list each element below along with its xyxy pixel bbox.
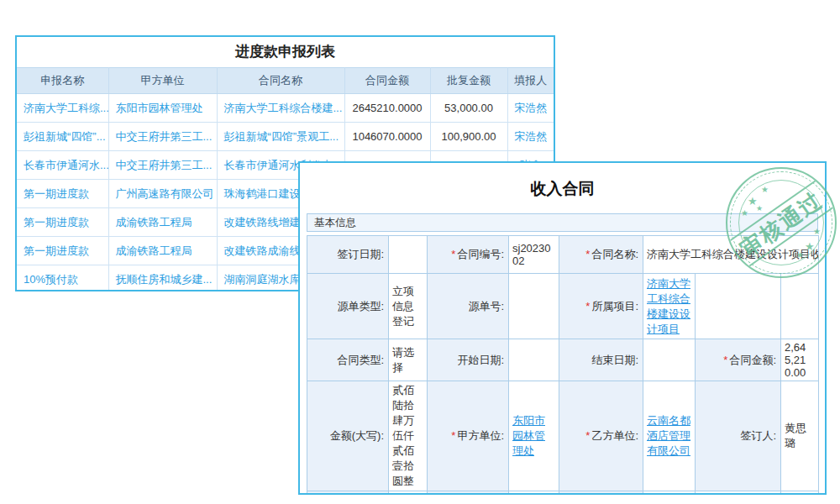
- column-header: 合同金额: [344, 68, 430, 94]
- field-value[interactable]: [643, 339, 696, 381]
- list-cell[interactable]: 第一期进度款: [17, 237, 108, 265]
- section-header-basic-info: 基本信息: [307, 213, 818, 232]
- link-value[interactable]: 云南名都酒店管理有限公司: [647, 414, 690, 457]
- field-value[interactable]: 东阳市园林管理处: [509, 381, 559, 491]
- field-value[interactable]: 立项信息登记: [389, 274, 428, 339]
- list-cell[interactable]: 成渝铁路工程局: [108, 208, 217, 237]
- list-cell[interactable]: 彭祖新城“四馆”景观工...: [217, 123, 344, 151]
- field-label: *所属项目:: [559, 274, 643, 339]
- required-asterisk: *: [585, 429, 590, 442]
- field-label: 结束日期:: [559, 339, 643, 381]
- field-label: 签订人:: [696, 381, 781, 491]
- column-header: 合同名称: [217, 68, 344, 94]
- field-value[interactable]: 按进度付款: [389, 491, 428, 496]
- column-header: 填报人: [507, 68, 554, 94]
- form-row: 付款方式:按进度付款结算方式:分段结算预收款:20,000.00: [307, 491, 819, 496]
- field-label: *合同编号:: [428, 236, 509, 274]
- list-cell[interactable]: 广州高速路有限公司: [108, 180, 217, 208]
- field-value[interactable]: 分段结算: [509, 491, 559, 496]
- field-value[interactable]: 2,645,210.00: [781, 339, 819, 381]
- field-value[interactable]: 黄思璐: [781, 381, 819, 491]
- field-value[interactable]: [781, 491, 819, 496]
- list-cell: 100,900.00: [430, 123, 507, 151]
- link-value[interactable]: 东阳市园林管理处: [512, 414, 545, 457]
- table-row[interactable]: 彭祖新城“四馆”...中交王府井第三工...彭祖新城“四馆”景观工...1046…: [17, 123, 554, 151]
- field-value[interactable]: 请选择: [389, 339, 428, 381]
- required-asterisk: *: [585, 248, 590, 260]
- form-row: 金额(大写):贰佰陆拾肆万伍仟贰佰壹拾圆整*甲方单位:东阳市园林管理处*乙方单位…: [307, 381, 819, 491]
- field-label: 合同类型:: [307, 339, 389, 381]
- list-cell[interactable]: 第一期进度款: [17, 180, 108, 208]
- list-cell[interactable]: 济南大学工科综...: [17, 94, 108, 123]
- field-label: 预收款:: [559, 491, 643, 496]
- list-cell[interactable]: 长春市伊通河水...: [17, 151, 108, 180]
- field-label: 付款方式:: [307, 491, 389, 496]
- list-cell[interactable]: 中交王府井第三工...: [108, 151, 217, 180]
- field-value[interactable]: 济南大学工科综合楼建设设计项目: [643, 274, 696, 339]
- list-cell[interactable]: 中交王府井第三工...: [108, 123, 217, 151]
- field-value[interactable]: 贰佰陆拾肆万伍仟贰佰壹拾圆整: [389, 381, 428, 491]
- field-label: 结算方式:: [428, 491, 509, 496]
- field-value[interactable]: [781, 274, 819, 339]
- field-value[interactable]: [509, 339, 559, 381]
- list-cell: 53,000.00: [430, 94, 507, 123]
- field-label: *合同金额:: [696, 339, 781, 381]
- field-value[interactable]: 云南名都酒店管理有限公司: [643, 381, 696, 491]
- list-cell[interactable]: 济南大学工科综合楼建...: [217, 94, 344, 123]
- form-row: 签订日期:*合同编号:sj2023002*合同名称:济南大学工科综合楼建设设计项…: [307, 236, 819, 274]
- field-value[interactable]: [696, 491, 781, 496]
- field-value[interactable]: 济南大学工科综合楼建设设计项目收入合: [643, 236, 819, 274]
- field-label: *甲方单位:: [428, 381, 509, 491]
- list-cell[interactable]: 10%预付款: [17, 265, 108, 292]
- form-table-body: 签订日期:*合同编号:sj2023002*合同名称:济南大学工科综合楼建设设计项…: [307, 236, 819, 496]
- required-asterisk: *: [723, 354, 727, 366]
- required-asterisk: *: [451, 429, 455, 442]
- required-asterisk: *: [585, 300, 590, 312]
- column-header: 批复金额: [430, 68, 507, 94]
- form-row: 合同类型:请选择开始日期:结束日期:*合同金额:2,645,210.00: [307, 339, 819, 381]
- screen: 进度款申报列表 申报名称甲方单位合同名称合同金额批复金额填报人 济南大学工科综.…: [0, 0, 840, 504]
- list-cell: 1046070.0000: [344, 123, 430, 151]
- list-cell[interactable]: 彭祖新城“四馆”...: [17, 123, 108, 151]
- list-cell: 2645210.0000: [344, 94, 430, 123]
- field-value[interactable]: [389, 236, 428, 274]
- list-cell[interactable]: 东阳市园林管理处: [108, 94, 217, 123]
- field-label: *合同名称:: [559, 236, 643, 274]
- list-cell[interactable]: 成渝铁路工程局: [108, 237, 217, 265]
- field-label: 签订日期:: [307, 236, 389, 274]
- field-label: 开始日期:: [428, 339, 509, 381]
- field-label: 金额(大写):: [307, 381, 389, 491]
- column-header: 申报名称: [17, 68, 108, 94]
- income-contract-panel: 收入合同 基本信息 签订日期:*合同编号:sj2023002*合同名称:济南大学…: [298, 161, 827, 495]
- link-value[interactable]: 济南大学工科综合楼建设设计项目: [647, 277, 690, 335]
- field-value[interactable]: sj2023002: [509, 236, 559, 274]
- column-header: 甲方单位: [108, 68, 217, 94]
- contract-form-table: 签订日期:*合同编号:sj2023002*合同名称:济南大学工科综合楼建设设计项…: [307, 235, 819, 495]
- table-row[interactable]: 济南大学工科综...东阳市园林管理处济南大学工科综合楼建...2645210.0…: [17, 94, 554, 123]
- table-header: 申报名称甲方单位合同名称合同金额批复金额填报人: [17, 68, 554, 94]
- field-label: *乙方单位:: [559, 381, 643, 491]
- field-label: 源单类型:: [307, 274, 389, 339]
- list-cell[interactable]: 宋浩然: [507, 123, 554, 151]
- field-value[interactable]: [509, 274, 559, 339]
- list-panel-title: 进度款申报列表: [17, 37, 554, 67]
- form-panel-title: 收入合同: [300, 178, 825, 200]
- list-cell[interactable]: 宋浩然: [507, 94, 554, 123]
- required-asterisk: *: [451, 248, 455, 260]
- form-row: 源单类型:立项信息登记源单号:*所属项目:济南大学工科综合楼建设设计项目: [307, 274, 819, 339]
- list-cell[interactable]: 第一期进度款: [17, 208, 108, 237]
- field-value[interactable]: [696, 274, 781, 339]
- field-value[interactable]: 20,000.00: [643, 491, 696, 496]
- list-cell[interactable]: 抚顺住房和城乡建...: [108, 265, 217, 292]
- field-label: 源单号:: [428, 274, 509, 339]
